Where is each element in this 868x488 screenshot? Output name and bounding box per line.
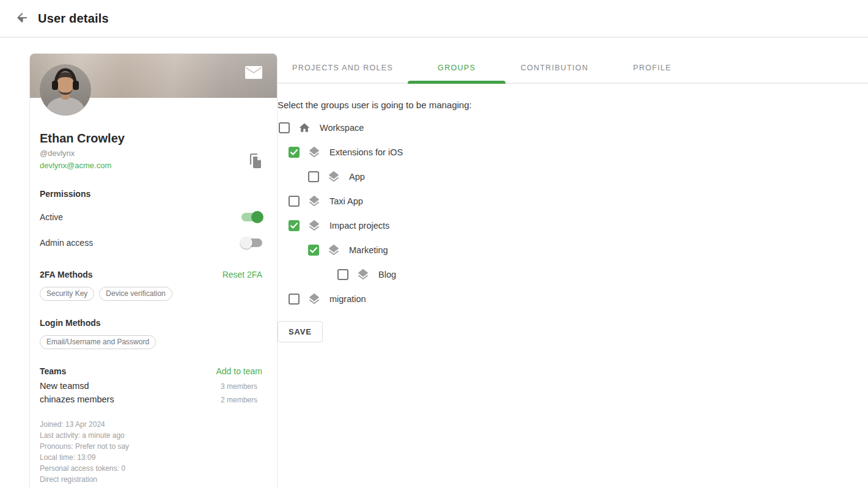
toggle-active[interactable] <box>241 213 262 221</box>
group-tree-row-extensions-for-ios: Extensions for iOS <box>289 140 868 165</box>
toggle-knob <box>251 211 263 223</box>
layers-icon <box>307 292 321 306</box>
avatar <box>40 64 91 116</box>
permission-label: Admin access <box>40 238 93 248</box>
copy-email-button[interactable] <box>249 153 262 169</box>
groups-instruction: Select the groups user is going to be ma… <box>278 100 868 110</box>
layers-icon <box>327 170 340 183</box>
send-email-button[interactable] <box>245 66 262 79</box>
groups-tree: Workspace Extensions for iOS App Taxi Ap… <box>278 116 868 311</box>
page-title: User details <box>38 12 109 26</box>
permission-label: Active <box>40 212 63 222</box>
meta-line: Personal access tokens: 0 <box>40 463 262 474</box>
meta-line: Last activity: a minute ago <box>40 430 262 441</box>
tab-contribution[interactable]: CONTRIBUTION <box>506 53 603 83</box>
team-members-count: 3 members <box>221 382 262 391</box>
group-checkbox[interactable] <box>289 294 300 305</box>
group-checkbox[interactable] <box>289 220 300 231</box>
group-label: Taxi App <box>329 196 363 206</box>
user-meta: Joined: 13 Apr 2024Last activity: a minu… <box>40 419 262 485</box>
add-to-team-link[interactable]: Add to team <box>216 366 263 376</box>
layers-icon <box>307 146 321 159</box>
tab-groups[interactable]: GROUPS <box>408 53 506 83</box>
group-label: App <box>349 172 365 182</box>
toggle-knob <box>240 237 252 249</box>
group-tree-row-migration: migration <box>289 287 868 311</box>
group-label: migration <box>329 294 366 304</box>
team-name: New teamsd <box>40 381 89 391</box>
tab-label: PROJECTS AND ROLES <box>292 64 393 72</box>
twofa-heading: 2FA Methods <box>40 270 93 279</box>
meta-line: Joined: 13 Apr 2024 <box>40 419 262 430</box>
permission-row: Admin access <box>40 233 262 253</box>
permission-row: Active <box>40 207 262 227</box>
group-tree-row-blog: Blog <box>337 262 868 287</box>
group-checkbox[interactable] <box>308 245 319 256</box>
save-button[interactable]: SAVE <box>278 321 323 342</box>
permissions-section: Permissions Active Admin access <box>40 189 262 253</box>
reset-2fa-link[interactable]: Reset 2FA <box>223 270 262 279</box>
teams-heading: Teams <box>40 366 66 376</box>
tab-label: PROFILE <box>633 64 672 72</box>
group-label: Blog <box>378 270 396 279</box>
tab-projects-and-roles[interactable]: PROJECTS AND ROLES <box>278 53 408 83</box>
group-label: Impact projects <box>329 221 389 231</box>
team-row: New teamsd 3 members <box>40 381 262 391</box>
team-row: chinazes members 2 members <box>40 394 262 404</box>
back-button[interactable] <box>15 11 29 26</box>
group-checkbox[interactable] <box>289 196 300 207</box>
group-checkbox[interactable] <box>289 147 300 158</box>
group-label: Extensions for iOS <box>329 147 403 157</box>
user-username: @devlynx <box>40 149 262 158</box>
layers-icon <box>307 194 321 208</box>
group-tree-row-marketing: Marketing <box>308 238 868 262</box>
tab-label: GROUPS <box>438 64 476 72</box>
chip-email-username-and-password: Email/Username and Password <box>40 335 156 349</box>
group-label: Marketing <box>349 245 388 255</box>
user-name: Ethan Crowley <box>40 131 262 146</box>
group-tree-row-app: App <box>308 165 868 189</box>
user-card: Ethan Crowley @devlynx devlynx@acme.com … <box>29 53 278 488</box>
teams-section: Teams Add to team New teamsd 3 members c… <box>40 366 262 404</box>
group-label: Workspace <box>320 123 364 133</box>
login-methods-section: Login Methods Email/Username and Passwor… <box>40 318 262 349</box>
groups-panel: PROJECTS AND ROLES GROUPS CONTRIBUTION P… <box>278 53 868 342</box>
header: User details <box>0 0 868 38</box>
meta-line: Direct registration <box>40 474 262 485</box>
group-checkbox[interactable] <box>308 171 319 182</box>
tab-profile[interactable]: PROFILE <box>603 53 701 83</box>
layers-icon <box>327 243 340 257</box>
group-tree-row-taxi-app: Taxi App <box>289 189 868 213</box>
meta-line: Local time: 13:09 <box>40 452 262 463</box>
meta-line: Pronouns: Prefer not to say <box>40 441 262 452</box>
team-members-count: 2 members <box>221 396 262 404</box>
permissions-heading: Permissions <box>40 189 262 199</box>
mail-icon <box>245 72 262 81</box>
home-icon <box>298 122 311 134</box>
chip-device-verification: Device verification <box>99 287 172 301</box>
group-checkbox[interactable] <box>279 122 290 133</box>
copy-icon <box>249 161 262 171</box>
back-arrow-icon <box>15 10 29 27</box>
login-methods-heading: Login Methods <box>40 318 262 328</box>
group-tree-row-workspace: Workspace <box>279 116 868 140</box>
team-name: chinazes members <box>40 394 114 404</box>
group-tree-row-impact-projects: Impact projects <box>289 213 868 238</box>
user-email-link[interactable]: devlynx@acme.com <box>40 161 111 170</box>
chip-security-key: Security Key <box>40 287 94 301</box>
toggle-admin-access[interactable] <box>241 238 262 247</box>
tab-bar: PROJECTS AND ROLES GROUPS CONTRIBUTION P… <box>278 53 868 84</box>
layers-icon <box>356 268 370 281</box>
twofa-section: 2FA Methods Reset 2FA Security KeyDevice… <box>40 270 262 301</box>
layers-icon <box>307 219 321 232</box>
tab-label: CONTRIBUTION <box>521 64 589 72</box>
group-checkbox[interactable] <box>337 269 348 280</box>
active-tab-underline <box>408 81 506 84</box>
